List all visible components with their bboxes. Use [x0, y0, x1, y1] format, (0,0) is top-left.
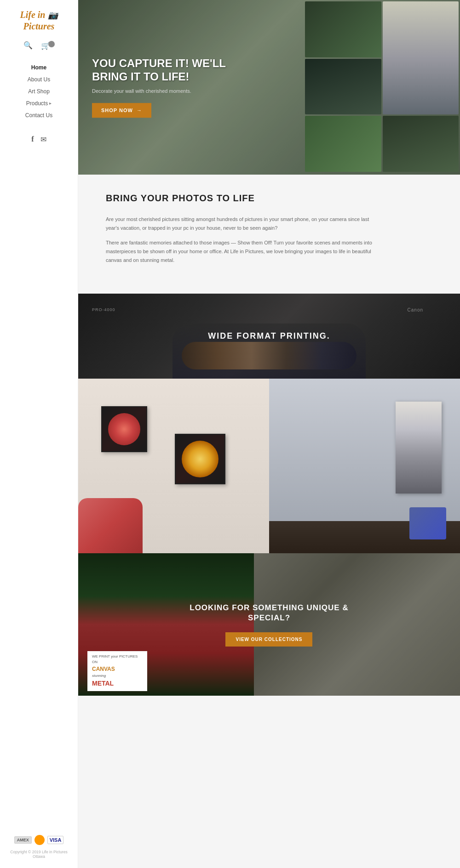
search-icon[interactable]: 🔍 [23, 41, 33, 50]
rose-image [108, 413, 140, 445]
bottom-section: LOOKING FOR SOMETHING UNIQUE & SPECIAL? … [78, 553, 460, 696]
photo-cell-flowers [78, 379, 269, 553]
bottom-title: LOOKING FOR SOMETHING UNIQUE & SPECIAL? [190, 603, 348, 623]
printer-roll [182, 342, 356, 369]
wedding-photo-print [396, 402, 442, 494]
sign-line-3: stunning [92, 673, 143, 679]
hero-section: YOU CAPTURE IT! WE'LL BRING IT TO LIFE! … [78, 0, 460, 175]
grid-panel-2 [305, 116, 381, 172]
cart-icon[interactable]: 🛒0 [41, 41, 55, 50]
main-content: YOU CAPTURE IT! WE'LL BRING IT TO LIFE! … [78, 0, 460, 868]
flower-prints [101, 406, 225, 484]
nav-item-products[interactable]: Products ▸ [0, 97, 78, 109]
nav-item-about[interactable]: About Us [0, 74, 78, 85]
sidebar-utility-icons: 🔍 🛒0 [23, 41, 55, 50]
wide-format-title: WIDE FORMAT PRINTING. [208, 331, 330, 341]
photo-cell-wedding [269, 379, 460, 553]
hero-photo-grid [304, 0, 460, 175]
logo-text: Life in 📷 Pictures [20, 9, 58, 32]
cart-badge: 0 [48, 41, 55, 47]
wide-format-banner: PRO-4000 Canon WIDE FORMAT PRINTING. [78, 294, 460, 379]
payment-icons: AMEX VISA [14, 835, 64, 845]
pink-chair [78, 498, 143, 553]
bottom-sign: WE PRINT your PICTURES ON CANVAS stunnin… [87, 651, 147, 691]
facebook-icon[interactable]: f [31, 135, 34, 144]
bottom-content: LOOKING FOR SOMETHING UNIQUE & SPECIAL? … [190, 603, 348, 647]
sign-line-4: METAL [92, 679, 143, 688]
grid-panel-5 [383, 116, 459, 172]
hero-title: YOU CAPTURE IT! WE'LL BRING IT TO LIFE! [92, 57, 226, 84]
social-links: f ✉ [31, 135, 46, 144]
info-title: BRING YOUR PHOTOS TO LIFE [106, 193, 432, 204]
printer-label-left: PRO-4000 [92, 307, 115, 312]
hero-content: YOU CAPTURE IT! WE'LL BRING IT TO LIFE! … [92, 57, 226, 118]
dahlia-image [182, 441, 218, 477]
nav-item-artshop[interactable]: Art Shop [0, 85, 78, 97]
email-icon[interactable]: ✉ [40, 135, 46, 144]
rose-print [101, 406, 147, 452]
mastercard-icon [34, 835, 45, 845]
camera-icon: 📷 [48, 11, 58, 20]
sidebar: Life in 📷 Pictures 🔍 🛒0 Home About Us Ar… [0, 0, 78, 868]
grid-panel-1 [305, 1, 381, 57]
info-paragraph-1: Are your most cherished pictures sitting… [106, 215, 382, 232]
photo-grid [78, 379, 460, 553]
nav-item-home[interactable]: Home [0, 62, 78, 74]
amex-icon: AMEX [14, 836, 32, 844]
printer-label-right: Canon [408, 307, 423, 312]
copyright-text: Copyright © 2019 Life in Pictures Ottawa [0, 850, 78, 859]
grid-panel-4 [383, 1, 459, 114]
info-section: BRING YOUR PHOTOS TO LIFE Are your most … [78, 175, 460, 294]
view-collections-button[interactable]: VIEW OUR COLLECTIONS [225, 632, 312, 647]
blue-chair [409, 507, 446, 539]
arrow-icon: → [137, 108, 142, 113]
info-paragraph-2: There are fantastic memories attached to… [106, 238, 382, 264]
sign-line-2: CANVAS [92, 665, 143, 673]
grid-panel-3 [305, 59, 381, 115]
dahlia-print [175, 434, 225, 484]
logo[interactable]: Life in 📷 Pictures [20, 9, 58, 32]
visa-icon: VISA [47, 836, 64, 844]
nav-item-contact[interactable]: Contact Us [0, 109, 78, 121]
shop-now-button[interactable]: SHOP NOW → [92, 103, 151, 118]
main-nav: Home About Us Art Shop Products ▸ Contac… [0, 62, 78, 121]
sign-line-1: WE PRINT your PICTURES ON [92, 654, 143, 665]
hero-subtitle: Decorate your wall with cherished moment… [92, 88, 226, 94]
products-arrow-icon: ▸ [49, 101, 52, 106]
